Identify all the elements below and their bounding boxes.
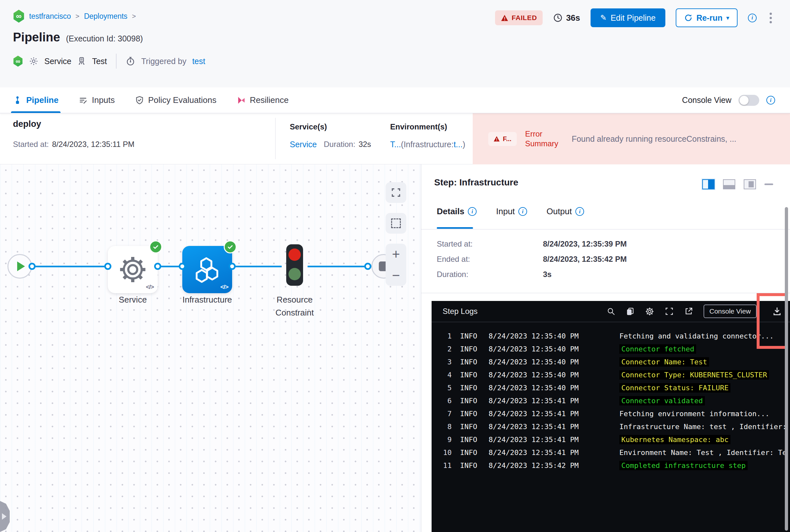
fullscreen-icon[interactable] [665,307,674,316]
port-dot [364,263,371,270]
step-details-panel: Step: Infrastructure Details i Input i O… [421,165,790,532]
node-resource-constraint-label: Resource Constraint [262,293,327,319]
port-dot [228,263,236,270]
stage-started: Started at: 8/24/2023, 12:35:11 PM [13,140,134,149]
detail-label: Duration: [437,270,511,279]
node-infrastructure[interactable]: </> [182,246,232,293]
edge-line [232,266,282,267]
shield-check-icon [135,96,144,105]
inputs-icon [79,96,88,105]
port-dot [104,263,111,270]
tab-details[interactable]: Details i [437,207,477,216]
info-icon[interactable]: i [518,207,527,216]
elapsed-time-value: 36s [566,13,580,23]
open-external-icon[interactable] [684,307,693,316]
info-icon[interactable]: i [748,14,757,22]
status-badge: FAILED [495,11,543,25]
port-dot [154,263,161,270]
vertical-scrollbar[interactable] [785,207,788,531]
zoom-in-button[interactable]: + [392,248,400,261]
error-summary-section: F... Error Summary Found already running… [473,113,790,165]
node-resource-constraint[interactable] [286,244,303,286]
toggle-knob [739,96,749,105]
search-icon[interactable] [607,307,616,316]
gear-icon [29,56,38,66]
rerun-button[interactable]: Re-run ▾ [676,8,738,27]
pipeline-icon [13,96,22,105]
canvas-select-button[interactable] [386,213,406,234]
info-icon[interactable]: i [468,207,477,216]
services-column: Service(s) Service [290,122,327,149]
layout-right-view-button[interactable] [702,179,715,189]
stage-name[interactable]: deploy [13,119,41,129]
pencil-icon: ✎ [600,13,607,22]
layout-bottom-view-button[interactable] [723,179,735,189]
elapsed-time: 36s [553,13,580,23]
tab-inputs-label: Inputs [92,95,115,105]
info-icon[interactable]: i [575,207,584,216]
step-logs-header: Step Logs [431,301,790,322]
environment-link[interactable]: T... [390,140,401,149]
infrastructure-link[interactable]: t... [454,140,463,149]
trigger-user-link[interactable]: test [192,57,205,66]
detail-label: Started at: [437,240,511,248]
more-options-menu[interactable] [767,11,774,24]
rerun-label: Re-run [696,13,723,23]
tab-input[interactable]: Input i [496,207,527,216]
tab-input-label: Input [496,207,515,216]
harness-cd-logo-icon: ∞ [13,56,23,66]
tab-inputs[interactable]: Inputs [79,88,115,113]
console-view-toggle[interactable] [738,95,759,106]
tab-policy-evaluations-label: Policy Evaluations [148,95,217,105]
copy-icon[interactable] [626,307,635,316]
environment-icon [77,57,86,66]
warning-triangle-icon [493,136,500,142]
edit-pipeline-button[interactable]: ✎ Edit Pipeline [591,8,665,27]
environment-meta-label[interactable]: Test [92,57,107,66]
minimize-panel-button[interactable] [765,184,773,185]
gear-icon[interactable] [645,307,654,316]
active-tab-underline [11,111,60,113]
chevron-right-icon: > [75,12,79,20]
service-meta-label[interactable]: Service [44,57,71,66]
log-line: 8INFO8/24/2023 12:35:41 PMInfrastructure… [431,420,790,433]
left-flyout-handle[interactable] [0,501,10,532]
log-line: 7INFO8/24/2023 12:35:41 PMFetching envir… [431,407,790,420]
log-line: 11INFO8/24/2023 12:35:42 PMCompleted inf… [431,459,790,472]
log-line: 6INFO8/24/2023 12:35:41 PMConnector vali… [431,394,790,407]
green-light-icon [289,268,301,280]
info-icon[interactable]: i [766,96,775,104]
console-view-control: Console View i [682,88,775,113]
zoom-out-button[interactable]: − [392,269,400,282]
divider [275,118,276,159]
breadcrumb-org-link[interactable]: testfrancisco [29,12,71,21]
chevron-right-icon [2,513,6,520]
tab-resilience[interactable]: Resilience [237,88,289,113]
services-header: Service(s) [290,122,327,131]
tab-resilience-label: Resilience [250,95,289,105]
canvas-fullscreen-button[interactable] [386,182,406,203]
environments-header: Environment(s) [390,122,465,131]
log-line: 4INFO8/24/2023 12:35:40 PMConnector Type… [431,368,790,381]
pipeline-canvas[interactable]: </> Service </> Infrastructure Resource … [0,165,421,532]
error-summary-label: Error Summary [525,129,563,149]
refresh-icon [684,14,693,22]
warning-triangle-icon [501,15,508,21]
log-console-view-button[interactable]: Console View [703,304,757,318]
hexagons-icon [192,255,222,284]
tab-pipeline[interactable]: Pipeline [13,88,59,113]
environment-value: T...(Infrastructure:t...) [390,140,465,149]
log-body[interactable]: 1INFO8/24/2023 12:35:40 PMFetching and v… [431,322,790,472]
log-line: 9INFO8/24/2023 12:35:41 PMKubernetes Nam… [431,433,790,446]
node-service[interactable]: </> [108,246,158,293]
tab-policy-evaluations[interactable]: Policy Evaluations [135,88,217,113]
panel-layout-controls [702,179,773,189]
breadcrumb-deployments-link[interactable]: Deployments [84,12,127,21]
red-light-icon [289,248,301,261]
service-link[interactable]: Service [290,140,327,149]
active-tab-underline [437,227,473,229]
layout-floating-view-button[interactable] [744,179,756,189]
resilience-icon [237,96,246,105]
pipeline-meta-row: ∞ Service Test Triggered by test [13,54,205,69]
tab-output[interactable]: Output i [547,207,584,216]
